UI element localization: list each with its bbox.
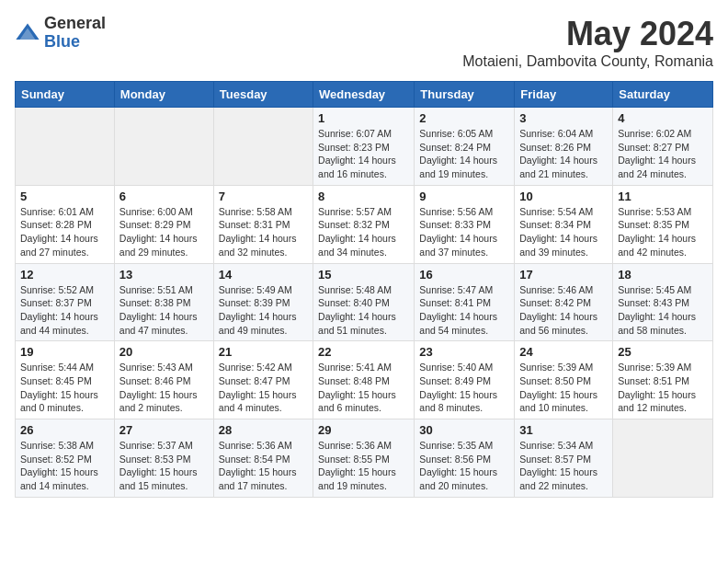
day-number: 23 [419, 345, 509, 359]
day-number: 17 [519, 268, 608, 282]
calendar-cell: 26Sunrise: 5:38 AMSunset: 8:52 PMDayligh… [16, 419, 115, 498]
calendar-cell: 11Sunrise: 5:53 AMSunset: 8:35 PMDayligh… [613, 185, 713, 263]
day-info: Sunrise: 5:40 AMSunset: 8:49 PMDaylight:… [419, 361, 509, 415]
logo: General Blue [15, 15, 106, 52]
page-header: General Blue May 2024 Motaieni, Dambovit… [15, 15, 713, 70]
day-info: Sunrise: 5:56 AMSunset: 8:33 PMDaylight:… [419, 205, 509, 259]
day-info: Sunrise: 5:54 AMSunset: 8:34 PMDaylight:… [519, 205, 608, 259]
calendar-cell: 4Sunrise: 6:02 AMSunset: 8:27 PMDaylight… [613, 108, 713, 186]
weekday-header-tuesday: Tuesday [213, 82, 313, 108]
day-number: 21 [219, 345, 308, 359]
day-info: Sunrise: 5:42 AMSunset: 8:47 PMDaylight:… [219, 361, 308, 415]
day-number: 2 [419, 111, 509, 125]
day-info: Sunrise: 5:49 AMSunset: 8:39 PMDaylight:… [219, 283, 308, 338]
day-number: 30 [419, 423, 509, 437]
day-number: 6 [119, 190, 209, 203]
day-info: Sunrise: 6:02 AMSunset: 8:27 PMDaylight:… [618, 127, 708, 181]
day-number: 5 [20, 190, 109, 203]
calendar-cell: 1Sunrise: 6:07 AMSunset: 8:23 PMDaylight… [313, 108, 415, 186]
calendar-cell: 3Sunrise: 6:04 AMSunset: 8:26 PMDaylight… [515, 108, 613, 186]
day-number: 15 [318, 268, 409, 282]
day-info: Sunrise: 5:47 AMSunset: 8:41 PMDaylight:… [419, 283, 509, 338]
calendar-cell: 10Sunrise: 5:54 AMSunset: 8:34 PMDayligh… [515, 185, 613, 263]
title-block: May 2024 Motaieni, Dambovita County, Rom… [462, 15, 713, 70]
day-number: 31 [519, 423, 608, 437]
day-info: Sunrise: 5:44 AMSunset: 8:45 PMDaylight:… [20, 361, 109, 415]
calendar-cell: 18Sunrise: 5:45 AMSunset: 8:43 PMDayligh… [613, 263, 713, 341]
day-number: 24 [519, 345, 608, 359]
calendar-cell: 30Sunrise: 5:35 AMSunset: 8:56 PMDayligh… [415, 419, 515, 498]
calendar-cell [613, 419, 713, 498]
day-info: Sunrise: 5:38 AMSunset: 8:52 PMDaylight:… [20, 439, 109, 493]
day-number: 3 [519, 111, 608, 125]
weekday-header-monday: Monday [114, 82, 213, 108]
weekday-header-thursday: Thursday [415, 82, 515, 108]
calendar-cell: 16Sunrise: 5:47 AMSunset: 8:41 PMDayligh… [415, 263, 515, 341]
calendar-cell: 7Sunrise: 5:58 AMSunset: 8:31 PMDaylight… [213, 185, 313, 263]
calendar-cell: 19Sunrise: 5:44 AMSunset: 8:45 PMDayligh… [16, 341, 115, 419]
day-info: Sunrise: 6:04 AMSunset: 8:26 PMDaylight:… [519, 127, 608, 181]
calendar-cell: 22Sunrise: 5:41 AMSunset: 8:48 PMDayligh… [313, 341, 415, 419]
calendar-cell: 8Sunrise: 5:57 AMSunset: 8:32 PMDaylight… [313, 185, 415, 263]
day-number: 18 [618, 268, 708, 282]
calendar-cell: 23Sunrise: 5:40 AMSunset: 8:49 PMDayligh… [415, 341, 515, 419]
day-number: 20 [119, 345, 209, 359]
day-info: Sunrise: 5:37 AMSunset: 8:53 PMDaylight:… [119, 439, 209, 493]
calendar-cell: 14Sunrise: 5:49 AMSunset: 8:39 PMDayligh… [213, 263, 313, 341]
calendar-header: SundayMondayTuesdayWednesdayThursdayFrid… [16, 82, 713, 108]
day-number: 25 [618, 345, 708, 359]
calendar-cell: 13Sunrise: 5:51 AMSunset: 8:38 PMDayligh… [114, 263, 213, 341]
day-info: Sunrise: 5:45 AMSunset: 8:43 PMDaylight:… [618, 283, 708, 338]
weekday-header-wednesday: Wednesday [313, 82, 415, 108]
day-number: 27 [119, 423, 209, 437]
calendar-cell: 20Sunrise: 5:43 AMSunset: 8:46 PMDayligh… [114, 341, 213, 419]
calendar-cell: 12Sunrise: 5:52 AMSunset: 8:37 PMDayligh… [16, 263, 115, 341]
day-number: 19 [20, 345, 109, 359]
calendar-week-5: 26Sunrise: 5:38 AMSunset: 8:52 PMDayligh… [16, 419, 713, 498]
calendar-cell [114, 108, 213, 186]
day-info: Sunrise: 6:05 AMSunset: 8:24 PMDaylight:… [419, 127, 509, 181]
day-number: 9 [419, 190, 509, 203]
calendar-cell: 27Sunrise: 5:37 AMSunset: 8:53 PMDayligh… [114, 419, 213, 498]
calendar-cell: 21Sunrise: 5:42 AMSunset: 8:47 PMDayligh… [213, 341, 313, 419]
logo-general: General [44, 15, 106, 33]
calendar-cell: 6Sunrise: 6:00 AMSunset: 8:29 PMDaylight… [114, 185, 213, 263]
day-info: Sunrise: 5:41 AMSunset: 8:48 PMDaylight:… [318, 361, 409, 415]
calendar-cell: 25Sunrise: 5:39 AMSunset: 8:51 PMDayligh… [613, 341, 713, 419]
day-number: 16 [419, 268, 509, 282]
day-info: Sunrise: 5:36 AMSunset: 8:54 PMDaylight:… [219, 439, 308, 493]
day-number: 12 [20, 268, 109, 282]
day-number: 10 [519, 190, 608, 203]
weekday-row: SundayMondayTuesdayWednesdayThursdayFrid… [16, 82, 713, 108]
calendar-week-1: 1Sunrise: 6:07 AMSunset: 8:23 PMDaylight… [16, 108, 713, 186]
day-info: Sunrise: 6:01 AMSunset: 8:28 PMDaylight:… [20, 205, 109, 259]
day-number: 28 [219, 423, 308, 437]
day-number: 14 [219, 268, 308, 282]
day-number: 4 [618, 111, 708, 125]
logo-icon [15, 20, 40, 46]
calendar-body: 1Sunrise: 6:07 AMSunset: 8:23 PMDaylight… [16, 108, 713, 498]
calendar-cell: 15Sunrise: 5:48 AMSunset: 8:40 PMDayligh… [313, 263, 415, 341]
day-info: Sunrise: 5:48 AMSunset: 8:40 PMDaylight:… [318, 283, 409, 338]
calendar-week-2: 5Sunrise: 6:01 AMSunset: 8:28 PMDaylight… [16, 185, 713, 263]
day-info: Sunrise: 5:43 AMSunset: 8:46 PMDaylight:… [119, 361, 209, 415]
day-info: Sunrise: 5:35 AMSunset: 8:56 PMDaylight:… [419, 439, 509, 493]
day-info: Sunrise: 5:39 AMSunset: 8:51 PMDaylight:… [618, 361, 708, 415]
day-number: 13 [119, 268, 209, 282]
calendar-cell: 29Sunrise: 5:36 AMSunset: 8:55 PMDayligh… [313, 419, 415, 498]
day-info: Sunrise: 6:00 AMSunset: 8:29 PMDaylight:… [119, 205, 209, 259]
day-number: 7 [219, 190, 308, 203]
day-info: Sunrise: 5:36 AMSunset: 8:55 PMDaylight:… [318, 439, 409, 493]
day-info: Sunrise: 5:58 AMSunset: 8:31 PMDaylight:… [219, 205, 308, 259]
weekday-header-friday: Friday [515, 82, 613, 108]
logo-blue: Blue [44, 33, 106, 52]
day-number: 8 [318, 190, 409, 203]
calendar-cell [213, 108, 313, 186]
calendar-cell: 28Sunrise: 5:36 AMSunset: 8:54 PMDayligh… [213, 419, 313, 498]
calendar-cell: 24Sunrise: 5:39 AMSunset: 8:50 PMDayligh… [515, 341, 613, 419]
weekday-header-sunday: Sunday [16, 82, 115, 108]
calendar-cell: 2Sunrise: 6:05 AMSunset: 8:24 PMDaylight… [415, 108, 515, 186]
day-number: 11 [618, 190, 708, 203]
calendar-week-3: 12Sunrise: 5:52 AMSunset: 8:37 PMDayligh… [16, 263, 713, 341]
day-info: Sunrise: 5:34 AMSunset: 8:57 PMDaylight:… [519, 439, 608, 493]
